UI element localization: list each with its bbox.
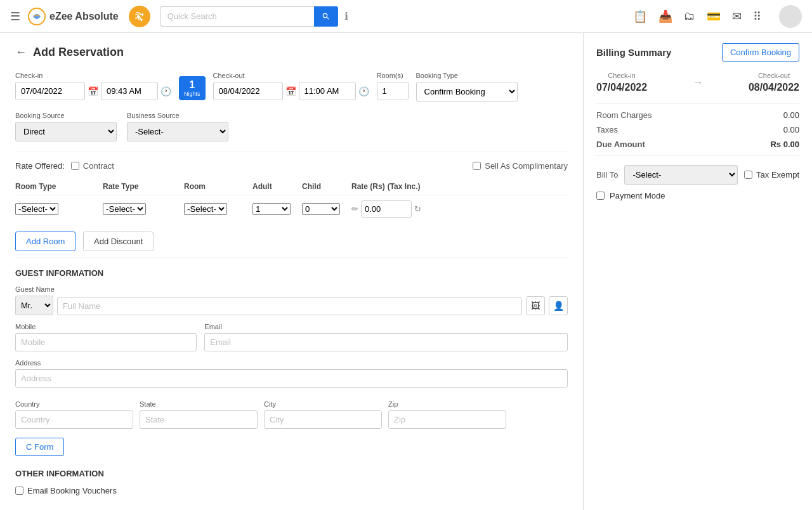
payment-mode-checkbox[interactable] [596,192,605,200]
contact-row: Mobile Email [15,323,568,351]
email-voucher-checkbox-label[interactable]: Email Booking Vouchers [15,486,568,495]
tax-exempt-checkbox[interactable] [744,171,752,179]
edit-rate-icon[interactable]: ✏ [351,204,358,214]
other-section: OTHER INFORMATION Email Booking Vouchers [15,469,568,495]
folder-icon[interactable]: 🗂 [684,10,695,23]
hamburger-menu-icon[interactable]: ☰ [10,10,20,23]
adult-cell: 1 2 3 [252,203,297,215]
bill-to-select[interactable]: -Select- [624,165,738,185]
user-avatar[interactable] [779,5,802,28]
business-source-group: Business Source -Select- Corporate Walk-… [127,112,228,141]
booking-type-group: Booking Type Confirm Booking Tentative W… [416,72,518,101]
rate-table-header: Room Type Rate Type Room Adult Child Rat… [15,178,568,195]
rate-refresh-icon[interactable]: ↻ [414,204,421,214]
room-cell: -Select- [184,203,247,215]
back-button[interactable]: ← [15,46,27,59]
payment-mode-row[interactable]: Payment Mode [596,191,799,200]
checkin-calendar-icon[interactable]: 📅 [88,86,98,96]
booking-source-label: Booking Source [15,112,117,119]
dates-row: Check-in 07/04/2022 📅 09:43 AM 🕐 1 Night… [15,72,568,101]
room-select[interactable]: -Select- [184,203,227,215]
rate-type-select[interactable]: -Select- [103,203,146,215]
email-input[interactable] [204,333,568,351]
upload-photo-button[interactable]: 🖼 [526,296,545,315]
billing-checkout: Check-out 08/04/2022 [749,72,799,93]
taxes-label: Taxes [596,125,618,134]
checkout-calendar-icon[interactable]: 📅 [285,86,296,96]
guest-name-input[interactable] [57,297,522,315]
confirm-booking-button[interactable]: Confirm Booking [722,43,799,62]
rate-input[interactable] [361,200,412,218]
country-group: Country [15,400,133,429]
adult-select[interactable]: 1 2 3 [252,203,291,215]
email-label: Email [204,323,568,330]
billing-title: Billing Summary [596,47,671,58]
rooms-input[interactable] [377,82,409,100]
rate-left: Rate Offered: Contract [15,161,114,171]
search-input[interactable] [160,6,314,27]
apps-grid-icon[interactable]: ⠿ [753,10,761,23]
info-icon[interactable]: ℹ [344,10,348,22]
zip-group: Zip [388,400,506,429]
calendar-icon[interactable]: 📋 [633,10,647,23]
billing-divider-2 [596,155,799,156]
address-input[interactable] [15,369,568,388]
mail-icon[interactable]: ✉ [732,10,742,23]
mobile-input[interactable] [15,333,197,351]
checkin-clock-icon[interactable]: 🕐 [160,86,171,96]
city-input[interactable] [264,410,382,429]
room-charges-row: Room Charges 0.00 [596,110,799,120]
address-label: Address [15,359,568,367]
inbox-icon[interactable]: 📥 [658,10,672,23]
cform-button[interactable]: C Form [15,438,64,456]
billing-checkin-label: Check-in [596,72,647,79]
checkin-datetime: 07/04/2022 📅 09:43 AM 🕐 [15,82,171,100]
child-select[interactable]: 0 1 2 [302,203,340,215]
state-input[interactable] [140,410,258,429]
checkout-time-input[interactable]: 11:00 AM [299,82,356,100]
room-type-header: Room Type [15,182,98,191]
business-source-select[interactable]: -Select- Corporate Walk-in [127,122,228,141]
tax-exempt-label[interactable]: Tax Exempt [744,170,799,180]
zip-input[interactable] [388,410,506,429]
booking-source-select[interactable]: Direct Online Agent [15,122,117,141]
email-voucher-checkbox[interactable] [15,487,23,495]
room-header: Room [184,182,247,191]
guest-section: GUEST INFORMATION Guest Name Mr. Mrs. Ms… [15,258,568,456]
room-type-select[interactable]: -Select- [15,203,58,215]
bill-to-label: Bill To [596,170,618,180]
address-group: Address [15,359,568,394]
country-input[interactable] [15,410,133,429]
payment-icon[interactable]: 💳 [707,10,721,23]
app-logo: eZee Absolute [28,8,119,25]
checkin-time-input[interactable]: 09:43 AM [101,82,158,100]
guest-title-select[interactable]: Mr. Mrs. Ms. Dr. [15,296,53,315]
guest-name-row-container: Guest Name Mr. Mrs. Ms. Dr. 🖼 👤 [15,285,568,315]
add-discount-button[interactable]: Add Discount [83,232,154,251]
booking-type-select[interactable]: Confirm Booking Tentative Waitlist [416,82,518,101]
complimentary-checkbox-label[interactable]: Sell As Complimentary [473,161,568,171]
complimentary-checkbox[interactable] [473,162,481,170]
country-label: Country [15,400,133,408]
search-guest-button[interactable]: 👤 [549,296,568,315]
rate-offered-label: Rate Offered: [15,161,65,171]
checkin-date-input[interactable]: 07/04/2022 [15,82,85,100]
zip-label: Zip [388,400,506,408]
room-charges-value: 0.00 [783,110,799,120]
contract-checkbox[interactable] [71,162,79,170]
billing-checkout-label: Check-out [749,72,799,79]
tax-exempt-text: Tax Exempt [756,170,799,180]
taxes-row: Taxes 0.00 [596,125,799,134]
top-navigation: ☰ eZee Absolute ℹ 📋 📥 🗂 💳 ✉ ⠿ [0,0,812,33]
billing-checkout-date: 08/04/2022 [749,82,799,93]
contract-checkbox-label[interactable]: Contract [71,161,114,171]
date-arrow-icon: → [692,76,704,89]
checkin-label: Check-in [15,72,171,79]
add-room-button[interactable]: Add Room [15,232,75,251]
checkout-label: Check-out [213,72,369,79]
search-button[interactable] [314,6,338,27]
checkout-date-input[interactable]: 08/04/2022 [213,82,283,100]
checkout-clock-icon[interactable]: 🕐 [358,86,369,96]
shuffle-button[interactable] [129,6,150,27]
nights-count: 1 [189,79,195,91]
